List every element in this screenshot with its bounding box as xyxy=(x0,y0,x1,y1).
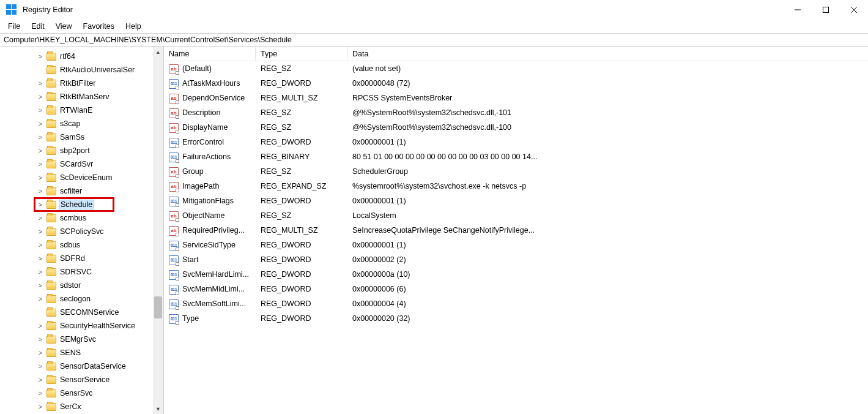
close-button[interactable] xyxy=(840,0,868,20)
expander-icon[interactable]: > xyxy=(37,187,44,195)
expander-icon[interactable]: > xyxy=(37,80,44,87)
expander-icon[interactable]: > xyxy=(37,241,44,249)
tree-node[interactable]: >RTWlanE xyxy=(0,104,163,117)
expander-icon[interactable]: > xyxy=(37,174,44,181)
expander-icon[interactable]: > xyxy=(37,160,44,168)
value-row[interactable]: SvcMemSoftLimi...REG_DWORD0x00000004 (4) xyxy=(164,296,868,311)
value-row[interactable]: FailureActionsREG_BINARY80 51 01 00 00 0… xyxy=(164,149,868,164)
value-name: Description xyxy=(182,108,221,117)
expander-icon[interactable]: > xyxy=(37,147,44,154)
address-bar[interactable]: Computer\HKEY_LOCAL_MACHINE\SYSTEM\Curre… xyxy=(0,33,868,47)
menu-edit[interactable]: Edit xyxy=(26,21,50,32)
value-row[interactable]: GroupREG_SZSchedulerGroup xyxy=(164,164,868,179)
tree-node[interactable]: >RtkBtManServ xyxy=(0,90,163,104)
expander-icon[interactable]: > xyxy=(37,390,44,397)
column-header-data[interactable]: Data xyxy=(347,47,568,61)
tree-node[interactable]: >SCardSvr xyxy=(0,157,163,171)
value-row[interactable]: TypeREG_DWORD0x00000020 (32) xyxy=(164,311,868,326)
tree-node[interactable]: >SamSs xyxy=(0,130,163,144)
value-row[interactable]: StartREG_DWORD0x00000002 (2) xyxy=(164,252,868,267)
tree-label: scmbus xyxy=(59,214,87,222)
expander-icon[interactable]: > xyxy=(37,363,44,370)
expander-icon[interactable]: > xyxy=(37,214,44,222)
tree-label: sdstor xyxy=(59,281,82,290)
expander-icon[interactable]: > xyxy=(37,201,44,208)
expander-icon[interactable]: > xyxy=(37,349,44,356)
tree-node[interactable]: >scfilter xyxy=(0,184,163,198)
minimize-button[interactable] xyxy=(784,0,812,20)
expander-icon[interactable]: > xyxy=(37,228,44,235)
menu-file[interactable]: File xyxy=(3,21,25,32)
menu-view[interactable]: View xyxy=(51,21,77,32)
expander-icon[interactable]: > xyxy=(37,255,44,262)
tree-node[interactable]: >sdbus xyxy=(0,238,163,252)
tree-node[interactable]: >RtkBtFilter xyxy=(0,77,163,90)
tree-node[interactable]: >SCPolicySvc xyxy=(0,225,163,238)
tree-node[interactable]: >SecurityHealthService xyxy=(0,319,163,333)
tree-label: sbp2port xyxy=(59,146,91,155)
value-row[interactable]: RequiredPrivileg...REG_MULTI_SZSeIncreas… xyxy=(164,223,868,238)
tree-scrollbar[interactable]: ▲ ▼ xyxy=(153,47,163,414)
value-row[interactable]: DependOnServiceREG_MULTI_SZRPCSS SystemE… xyxy=(164,91,868,105)
value-row[interactable]: ImagePathREG_EXPAND_SZ%systemroot%\syste… xyxy=(164,179,868,194)
value-type: REG_DWORD xyxy=(256,267,347,282)
tree-node[interactable]: >SDFRd xyxy=(0,252,163,265)
value-data: 0x0000000a (10) xyxy=(347,267,566,282)
column-header-type[interactable]: Type xyxy=(256,47,347,61)
value-data: SchedulerGroup xyxy=(347,164,566,179)
value-type: REG_DWORD xyxy=(256,311,347,326)
value-row[interactable]: DisplayNameREG_SZ@%SystemRoot%\system32\… xyxy=(164,120,868,135)
binary-value-icon xyxy=(169,299,179,309)
value-row[interactable]: MitigationFlagsREG_DWORD0x00000001 (1) xyxy=(164,194,868,208)
value-row[interactable]: SvcMemHardLimi...REG_DWORD0x0000000a (10… xyxy=(164,267,868,282)
expander-icon[interactable]: > xyxy=(37,107,44,114)
tree-node[interactable]: >SensrSvc xyxy=(0,386,163,400)
tree-node[interactable]: >SEMgrSvc xyxy=(0,333,163,346)
value-data: SeIncreaseQuotaPrivilege SeChangeNotifyP… xyxy=(347,223,566,238)
value-row[interactable]: (Default)REG_SZ(value not set) xyxy=(164,61,868,76)
maximize-button[interactable] xyxy=(812,0,840,20)
tree-node[interactable]: >scmbus xyxy=(0,211,163,225)
tree-node[interactable]: >SENS xyxy=(0,346,163,359)
tree-node[interactable]: RtkAudioUniversalSer xyxy=(0,63,163,77)
expander-icon[interactable]: > xyxy=(37,336,44,343)
expander-icon[interactable]: > xyxy=(37,120,44,127)
expander-icon[interactable]: > xyxy=(37,295,44,303)
expander-icon[interactable]: > xyxy=(37,282,44,289)
expander-icon[interactable]: > xyxy=(37,403,44,410)
scroll-down-icon[interactable]: ▼ xyxy=(153,404,163,414)
value-row[interactable]: SvcMemMidLimi...REG_DWORD0x00000006 (6) xyxy=(164,282,868,296)
column-header-name[interactable]: Name xyxy=(164,47,256,61)
tree-node[interactable]: >rtf64 xyxy=(0,50,163,63)
scrollbar-thumb[interactable] xyxy=(154,296,162,318)
binary-value-icon xyxy=(169,241,179,250)
value-row[interactable]: ServiceSidTypeREG_DWORD0x00000001 (1) xyxy=(164,238,868,252)
folder-icon xyxy=(46,93,56,101)
value-row[interactable]: DescriptionREG_SZ@%SystemRoot%\system32\… xyxy=(164,105,868,120)
tree-node[interactable]: >sdstor xyxy=(0,279,163,292)
tree-node[interactable]: >ScDeviceEnum xyxy=(0,171,163,184)
tree-node[interactable]: SECOMNService xyxy=(0,306,163,319)
menu-favorites[interactable]: Favorites xyxy=(78,21,119,32)
expander-icon[interactable]: > xyxy=(37,268,44,276)
tree-node[interactable]: >Schedule xyxy=(34,198,114,211)
value-row[interactable]: ObjectNameREG_SZLocalSystem xyxy=(164,208,868,223)
tree-node[interactable]: >s3cap xyxy=(0,117,163,130)
tree-node[interactable]: >sbp2port xyxy=(0,144,163,157)
expander-icon[interactable]: > xyxy=(37,376,44,383)
tree-node[interactable]: >seclogon xyxy=(0,292,163,306)
expander-icon[interactable]: > xyxy=(37,93,44,100)
value-type: REG_SZ xyxy=(256,120,347,135)
expander-icon[interactable]: > xyxy=(37,322,44,329)
value-row[interactable]: AtTaskMaxHoursREG_DWORD0x00000048 (72) xyxy=(164,76,868,91)
scroll-up-icon[interactable]: ▲ xyxy=(153,47,163,57)
value-row[interactable]: ErrorControlREG_DWORD0x00000001 (1) xyxy=(164,135,868,149)
tree-node[interactable]: >SensorService xyxy=(0,373,163,386)
tree-node[interactable]: >SensorDataService xyxy=(0,359,163,373)
expander-icon[interactable]: > xyxy=(37,134,44,141)
tree-node[interactable]: >SerCx xyxy=(0,400,163,413)
tree-label: SEMgrSvc xyxy=(59,335,97,344)
tree-node[interactable]: >SDRSVC xyxy=(0,265,163,279)
menu-help[interactable]: Help xyxy=(121,21,146,32)
expander-icon[interactable]: > xyxy=(37,53,44,60)
